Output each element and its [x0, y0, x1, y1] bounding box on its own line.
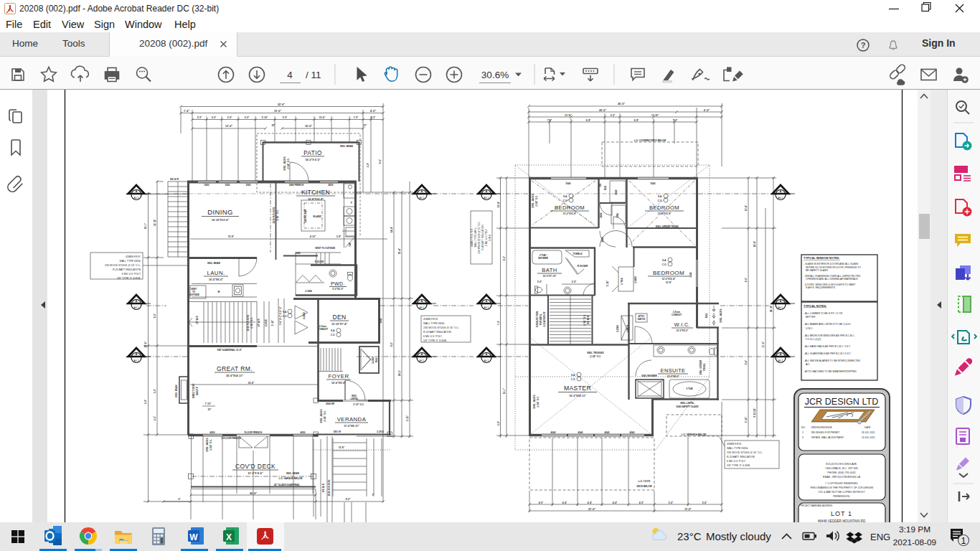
svg-text:5/8" TYPE 'X' G.W.B.: 5/8" TYPE 'X' G.W.B. — [727, 464, 750, 467]
svg-text:WALL TYPE 5W1b: WALL TYPE 5W1b — [120, 260, 141, 263]
svg-text:RE-ISSUED FOR PERMIT: RE-ISSUED FOR PERMIT — [811, 431, 839, 434]
svg-text:COV'D DECK: COV'D DECK — [235, 463, 275, 470]
svg-text:9'-0": 9'-0" — [154, 313, 156, 318]
svg-text:6 MIL U.V. POLY: 6 MIL U.V. POLY — [727, 460, 746, 463]
svg-text:- ALL LUMBER TO BE S.P.F. #2 O: - ALL LUMBER TO BE S.P.F. #2 OR — [804, 312, 843, 315]
svg-text:5'-10": 5'-10" — [262, 116, 268, 119]
svg-text:ENSUITE: ENSUITE — [661, 367, 686, 374]
svg-text:2X10 FLR JSTS: 2X10 FLR JSTS — [247, 315, 250, 331]
svg-text:PATIO: PATIO — [303, 150, 321, 156]
svg-text:8'-0": 8'-0" — [346, 498, 351, 501]
svg-text:DN 1 R: DN 1 R — [334, 430, 341, 433]
svg-text:KITCHEN: KITCHEN — [301, 189, 330, 196]
svg-text:S.A.: S.A. — [563, 195, 567, 198]
svg-text:5060 SHOWER: 5060 SHOWER — [641, 375, 657, 377]
svg-text:3060: 3060 — [225, 184, 230, 187]
svg-text:OPENINGS AND ALL DISSIMILAR MA: OPENINGS AND ALL DISSIMILAR MATERIALS — [806, 278, 858, 281]
svg-text:Mostly cloudy: Mostly cloudy — [706, 530, 771, 542]
svg-text:3": 3" — [372, 494, 374, 496]
svg-text:4'-10": 4'-10" — [310, 235, 316, 238]
svg-text:?: ? — [861, 41, 866, 50]
svg-text:ENG. GIRDER: ENG. GIRDER — [699, 359, 702, 375]
svg-text:F: F — [351, 202, 352, 204]
svg-text:11'-0": 11'-0" — [684, 508, 692, 511]
svg-text:45MIN P.K.B. R.R.: 45MIN P.K.B. R.R. — [471, 228, 473, 247]
svg-text:2-2X10: 2-2X10 — [265, 319, 268, 326]
svg-text:ENG. LINTEL: ENG. LINTEL — [680, 402, 694, 405]
svg-text:DEN: DEN — [332, 314, 346, 321]
svg-text:15'-7": 15'-7" — [503, 387, 506, 394]
svg-text:WALL TYPE 5W1b: WALL TYPE 5W1b — [727, 447, 748, 450]
svg-text:4040: 4040 — [551, 431, 556, 434]
svg-text:S.A.: S.A. — [331, 329, 335, 332]
svg-text:5'-5": 5'-5" — [154, 415, 156, 420]
svg-text:5'-11": 5'-11" — [406, 415, 409, 421]
svg-text:C.O.: C.O. — [283, 315, 288, 318]
svg-text:3068 DR: 3068 DR — [326, 402, 335, 405]
svg-text:5/8" TYPE 'X' G.W.B.: 5/8" TYPE 'X' G.W.B. — [117, 277, 141, 280]
svg-text:16'-10"X13'-6": 16'-10"X13'-6" — [212, 219, 229, 222]
svg-text:S.A.: S.A. — [283, 311, 287, 314]
svg-text:BEDROOM: BEDROOM — [555, 204, 585, 211]
svg-text:4'-4": 4'-4" — [588, 501, 593, 504]
svg-text:10'-6": 10'-6" — [305, 125, 312, 128]
svg-text:LOCATION OF: LOCATION OF — [543, 311, 546, 326]
svg-text:26.JUL.2021: 26.JUL.2021 — [862, 431, 875, 434]
svg-text:18'-4": 18'-4" — [753, 240, 756, 247]
svg-text:19'-4": 19'-4" — [398, 248, 401, 254]
svg-text:6 MIL U.V. POLY: 6 MIL U.V. POLY — [122, 273, 141, 276]
svg-text:13'-7": 13'-7" — [144, 222, 147, 229]
svg-text:PERMISSION.: PERMISSION. — [833, 495, 850, 498]
svg-text:R-20 BATT INSULATION: R-20 BATT INSULATION — [727, 456, 755, 458]
svg-text:/ 11: / 11 — [306, 70, 321, 80]
svg-text:12'-10"X7'-4": 12'-10"X7'-4" — [331, 323, 347, 326]
svg-text:13'-2"X10'-8": 13'-2"X10'-8" — [563, 212, 577, 215]
svg-text:12'-0"X10'-4": 12'-0"X10'-4" — [662, 278, 676, 281]
svg-text:BEDROOM: BEDROOM — [653, 270, 684, 276]
svg-text:TOWELS: TOWELS — [573, 253, 582, 255]
svg-text:4'-4": 4'-4" — [562, 501, 567, 504]
svg-text:ENG. JACKS: ENG. JACKS — [283, 157, 286, 171]
svg-text:C.O.: C.O. — [662, 263, 667, 266]
svg-text:LAUN.: LAUN. — [207, 270, 225, 276]
svg-text:21'-0"X 8'-6": 21'-0"X 8'-6" — [248, 472, 263, 475]
svg-text:TYPICAL NOTES:: TYPICAL NOTES: — [804, 304, 826, 308]
svg-text:2X6 WOOD STUDS @ 16" O.C.: 2X6 WOOD STUDS @ 16" O.C. — [105, 264, 141, 267]
svg-text:WALL TYPE 5W1a: WALL TYPE 5W1a — [474, 227, 477, 247]
svg-text:HATCH: HATCH — [638, 318, 646, 321]
svg-text:VENT TO OUTSIDE: VENT TO OUTSIDE — [315, 247, 335, 250]
svg-text:- ATTIC HATCHES TO BE WEATHERS: - ATTIC HATCHES TO BE WEATHERSTRIPPED — [804, 370, 857, 373]
svg-text:ENG. TRUSSES: ENG. TRUSSES — [587, 352, 603, 354]
svg-text:15'-0": 15'-0" — [274, 110, 281, 113]
svg-text:5'-6": 5'-6" — [669, 501, 674, 504]
svg-text:10'-8"X10'-8": 10'-8"X10'-8" — [308, 198, 324, 201]
svg-text:DN 16 R: DN 16 R — [322, 483, 325, 492]
svg-text:2X6 WOOD STUDS @ 16" O.C.: 2X6 WOOD STUDS @ 16" O.C. — [423, 326, 459, 329]
svg-text:PORTAPLL: PORTAPLL — [540, 314, 542, 326]
svg-text:- DOORS, WINDOWS & SKYLIGHTS T: - DOORS, WINDOWS & SKYLIGHTS TO MEET — [804, 283, 856, 286]
svg-text:16'-0"X 6'-0": 16'-0"X 6'-0" — [306, 159, 321, 161]
svg-text:R-20 BATT INSULATION: R-20 BATT INSULATION — [481, 225, 484, 250]
svg-text:5040: 5040 — [689, 272, 692, 277]
svg-text:ENG. GIRDER TRUSS: ENG. GIRDER TRUSS — [656, 225, 679, 228]
svg-text:6'-8": 6'-8" — [586, 119, 591, 122]
svg-text:20'-6"X14'-11": 20'-6"X14'-11" — [226, 375, 243, 377]
svg-text:4050: 4050 — [210, 431, 215, 434]
svg-text:2-2668: 2-2668 — [303, 312, 306, 319]
svg-text:9'-2": 9'-2" — [379, 159, 382, 164]
svg-text:3:19 PM: 3:19 PM — [899, 524, 930, 534]
svg-text:© COPYRIGHT RESERVED: © COPYRIGHT RESERVED — [825, 482, 858, 485]
svg-text:5'-6": 5'-6" — [537, 281, 542, 283]
svg-text:ENG. JACKS: ENG. JACKS — [206, 438, 209, 452]
svg-text:4: 4 — [287, 70, 293, 80]
svg-text:EXHAUST FAN: EXHAUST FAN — [536, 311, 539, 327]
svg-text:12'-0"X5'-0": 12'-0"X5'-0" — [676, 329, 689, 332]
svg-text:12'-11": 12'-11" — [154, 218, 156, 225]
svg-text:REVISIONS/ISSUE: REVISIONS/ISSUE — [811, 426, 833, 429]
svg-text:9.9.10.1.(1)(2): 9.9.10.1.(1)(2) — [806, 338, 821, 341]
svg-text:W.I.C.: W.I.C. — [674, 321, 691, 328]
svg-text:4'-4": 4'-4" — [613, 501, 618, 504]
svg-text:6": 6" — [178, 498, 181, 501]
svg-text:PHONE: (604) 795-0031: PHONE: (604) 795-0031 — [827, 471, 855, 474]
svg-text:1'-5": 1'-5" — [354, 116, 359, 119]
